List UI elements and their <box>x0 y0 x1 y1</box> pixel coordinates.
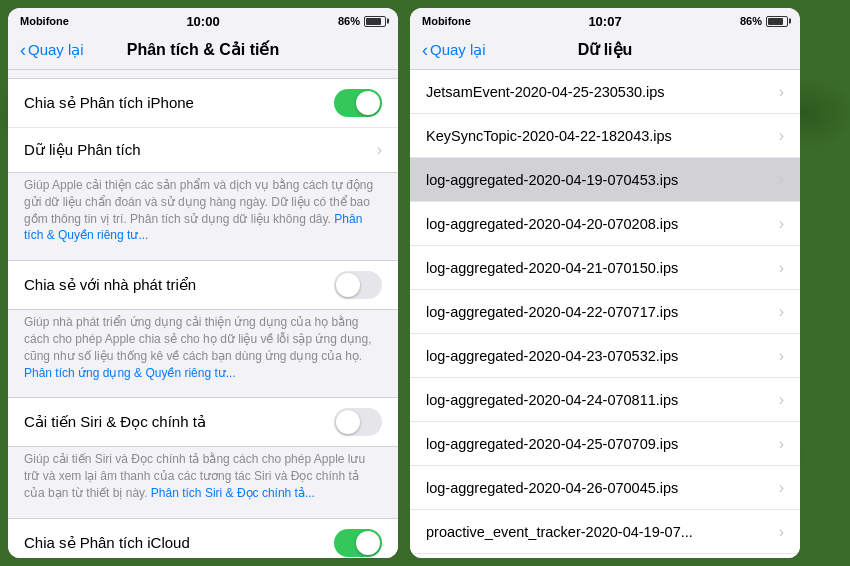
list-item[interactable]: log-aggregated-2020-04-24-070811.ips › <box>410 378 800 422</box>
settings-section-3: Cải tiến Siri & Đọc chính tả <box>8 397 398 447</box>
status-bar-left: Mobifone 10:00 86% <box>8 8 398 32</box>
back-arrow-left: ‹ <box>20 41 26 59</box>
list-item[interactable]: log-aggregated-2020-04-23-070532.ips › <box>410 334 800 378</box>
back-label-right: Quay lại <box>430 41 486 59</box>
list-item[interactable]: proactive_event_tracker-2020-04-20-0... … <box>410 554 800 558</box>
list-item[interactable]: log-aggregated-2020-04-25-070709.ips › <box>410 422 800 466</box>
list-item-chevron: › <box>779 347 784 365</box>
list-item-chevron: › <box>779 391 784 409</box>
icloud-toggle[interactable] <box>334 529 382 557</box>
list-item-label: log-aggregated-2020-04-25-070709.ips <box>426 436 779 452</box>
nav-title-left: Phân tích & Cải tiến <box>127 40 279 59</box>
settings-row-share-dev[interactable]: Chia sẻ với nhà phát triển <box>8 261 398 309</box>
toggle-thumb-3 <box>336 410 360 434</box>
description-3: Giúp cải tiến Siri và Đọc chính tả bằng … <box>8 447 398 509</box>
description-2: Giúp nhà phát triển ứng dụng cải thiện ứ… <box>8 310 398 389</box>
icloud-label: Chia sẻ Phân tích iCloud <box>24 534 334 552</box>
indicators-right: 86% <box>740 15 788 27</box>
list-item-chevron: › <box>779 83 784 101</box>
settings-section-2: Chia sẻ với nhà phát triển <box>8 260 398 310</box>
list-item[interactable]: log-aggregated-2020-04-21-070150.ips › <box>410 246 800 290</box>
nav-bar-left: ‹ Quay lại Phân tích & Cải tiến <box>8 32 398 70</box>
share-dev-label: Chia sẻ với nhà phát triển <box>24 276 334 294</box>
back-button-right[interactable]: ‹ Quay lại <box>422 41 486 59</box>
list-item[interactable]: KeySyncTopic-2020-04-22-182043.ips › <box>410 114 800 158</box>
share-analytics-toggle[interactable] <box>334 89 382 117</box>
list-item-label: log-aggregated-2020-04-19-070453.ips <box>426 172 779 188</box>
phone-left: Mobifone 10:00 86% ‹ Quay lại Phân tích … <box>8 8 398 558</box>
status-bar-right: Mobifone 10:07 86% <box>410 8 800 32</box>
list-item-label: log-aggregated-2020-04-22-070717.ips <box>426 304 779 320</box>
battery-fill-right <box>768 18 783 25</box>
list-item-chevron: › <box>779 259 784 277</box>
share-analytics-label: Chia sẻ Phân tích iPhone <box>24 94 334 112</box>
share-dev-toggle[interactable] <box>334 271 382 299</box>
list-item[interactable]: log-aggregated-2020-04-22-070717.ips › <box>410 290 800 334</box>
settings-section-1: Chia sẻ Phân tích iPhone Dữ liệu Phân tí… <box>8 78 398 173</box>
siri-toggle[interactable] <box>334 408 382 436</box>
toggle-thumb-4 <box>356 531 380 555</box>
carrier-left: Mobifone <box>20 15 69 27</box>
battery-icon-right <box>766 16 788 27</box>
desc-link-1[interactable]: Phân tích & Quyền riêng tư... <box>24 212 362 243</box>
desc-link-3[interactable]: Phân tích Siri & Đọc chính tả... <box>151 486 315 500</box>
indicators-left: 86% <box>338 15 386 27</box>
battery-fill-left <box>366 18 381 25</box>
battery-icon-left <box>364 16 386 27</box>
toggle-thumb-2 <box>336 273 360 297</box>
list-item-chevron: › <box>779 303 784 321</box>
list-item-chevron: › <box>779 127 784 145</box>
settings-row-data-analytics[interactable]: Dữ liệu Phân tích › <box>8 128 398 172</box>
data-list: JetsamEvent-2020-04-25-230530.ips › KeyS… <box>410 70 800 558</box>
desc-link-2[interactable]: Phân tích ứng dụng & Quyền riêng tư... <box>24 366 236 380</box>
list-item-chevron: › <box>779 171 784 189</box>
settings-row-icloud[interactable]: Chia sẻ Phân tích iCloud <box>8 519 398 558</box>
list-item[interactable]: JetsamEvent-2020-04-25-230530.ips › <box>410 70 800 114</box>
list-item[interactable]: proactive_event_tracker-2020-04-19-07...… <box>410 510 800 554</box>
chevron-data-analytics: › <box>377 141 382 159</box>
phone-right: Mobifone 10:07 86% ‹ Quay lại Dữ liệu Je… <box>410 8 800 558</box>
list-item-label: log-aggregated-2020-04-20-070208.ips <box>426 216 779 232</box>
battery-percent-right: 86% <box>740 15 762 27</box>
list-item[interactable]: log-aggregated-2020-04-20-070208.ips › <box>410 202 800 246</box>
settings-row-siri[interactable]: Cải tiến Siri & Đọc chính tả <box>8 398 398 446</box>
list-item-label: log-aggregated-2020-04-23-070532.ips <box>426 348 779 364</box>
data-analytics-label: Dữ liệu Phân tích <box>24 141 377 159</box>
list-item[interactable]: log-aggregated-2020-04-19-070453.ips › <box>410 158 800 202</box>
carrier-right: Mobifone <box>422 15 471 27</box>
list-item-chevron: › <box>779 523 784 541</box>
siri-label: Cải tiến Siri & Đọc chính tả <box>24 413 334 431</box>
time-left: 10:00 <box>186 14 219 29</box>
list-item-chevron: › <box>779 435 784 453</box>
list-item-label: KeySyncTopic-2020-04-22-182043.ips <box>426 128 779 144</box>
battery-percent-left: 86% <box>338 15 360 27</box>
list-item-label: JetsamEvent-2020-04-25-230530.ips <box>426 84 779 100</box>
settings-section-4: Chia sẻ Phân tích iCloud <box>8 518 398 558</box>
list-item-label: log-aggregated-2020-04-26-070045.ips <box>426 480 779 496</box>
back-arrow-right: ‹ <box>422 41 428 59</box>
nav-title-right: Dữ liệu <box>578 40 633 59</box>
back-label-left: Quay lại <box>28 41 84 59</box>
list-item-chevron: › <box>779 479 784 497</box>
list-item-chevron: › <box>779 215 784 233</box>
description-1: Giúp Apple cải thiện các sản phẩm và dịc… <box>8 173 398 252</box>
list-item-label: proactive_event_tracker-2020-04-19-07... <box>426 524 779 540</box>
time-right: 10:07 <box>588 14 621 29</box>
list-item-label: log-aggregated-2020-04-21-070150.ips <box>426 260 779 276</box>
toggle-thumb-1 <box>356 91 380 115</box>
nav-bar-right: ‹ Quay lại Dữ liệu <box>410 32 800 70</box>
list-item[interactable]: log-aggregated-2020-04-26-070045.ips › <box>410 466 800 510</box>
settings-content-left: Chia sẻ Phân tích iPhone Dữ liệu Phân tí… <box>8 70 398 558</box>
back-button-left[interactable]: ‹ Quay lại <box>20 41 84 59</box>
list-item-label: log-aggregated-2020-04-24-070811.ips <box>426 392 779 408</box>
settings-row-share-analytics[interactable]: Chia sẻ Phân tích iPhone <box>8 79 398 128</box>
